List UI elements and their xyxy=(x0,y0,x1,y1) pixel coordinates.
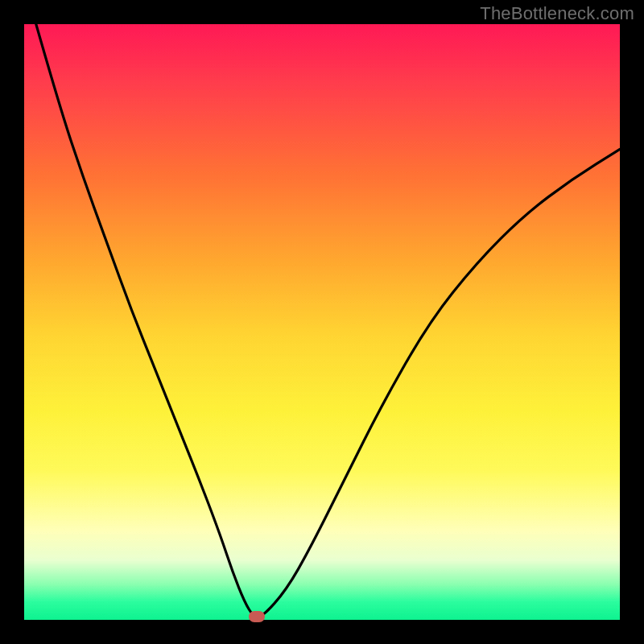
plot-area xyxy=(24,24,620,620)
watermark-text: TheBottleneck.com xyxy=(480,3,634,24)
optimal-marker xyxy=(249,611,265,622)
chart-frame: TheBottleneck.com xyxy=(0,0,644,644)
bottleneck-curve xyxy=(24,24,620,620)
